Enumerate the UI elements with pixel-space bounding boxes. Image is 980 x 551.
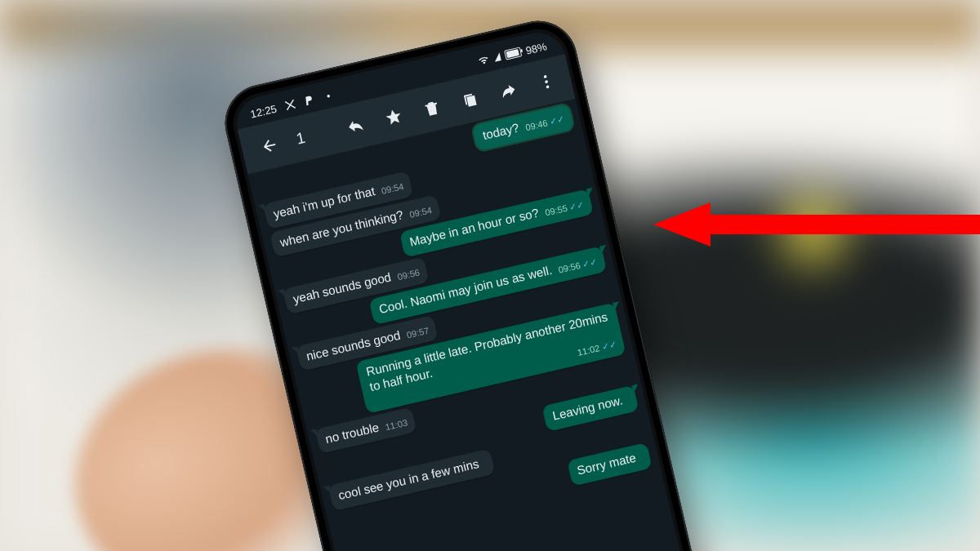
selection-count: 1 [295,129,307,149]
message-text: Sorry mate [576,450,638,478]
notification-dot-icon [321,89,335,103]
message-timestamp: 11:03 [385,417,409,433]
svg-point-3 [546,85,549,88]
message-timestamp: 09:54 [381,181,405,198]
x-app-icon [283,98,297,112]
message-timestamp: 09:46✓✓ [524,114,565,134]
message-timestamp: 09:54 [408,205,433,221]
overflow-menu-icon [536,71,557,92]
chat-message-list[interactable]: today?09:46✓✓yeah i'm up for that09:54wh… [247,99,664,551]
message-timestamp: 09:57 [406,325,430,341]
svg-point-1 [543,75,546,78]
forward-button[interactable] [488,71,528,110]
message-timestamp: 09:56✓✓ [557,256,598,276]
read-receipt-icon: ✓✓ [601,339,617,352]
reply-button[interactable] [336,106,375,145]
star-button[interactable] [374,97,413,136]
paypal-app-icon [302,94,316,108]
svg-point-2 [545,80,548,83]
back-button[interactable] [250,127,289,166]
message-text: today? [481,120,520,143]
overflow-menu-button[interactable] [527,62,566,101]
copy-button[interactable] [451,80,490,119]
svg-point-0 [327,95,330,98]
wifi-icon [477,53,491,67]
signal-icon [493,52,501,62]
battery-percent: 98% [524,40,548,56]
read-receipt-icon: ✓✓ [568,199,585,212]
message-timestamp: 09:55✓✓ [544,199,585,219]
read-receipt-icon: ✓✓ [549,114,565,127]
status-time: 12:25 [249,102,278,120]
message-text: no trouble [324,420,381,447]
message-timestamp: 09:56 [396,267,421,283]
battery-icon [504,47,522,60]
read-receipt-icon: ✓✓ [581,256,598,269]
delete-button[interactable] [412,89,452,128]
